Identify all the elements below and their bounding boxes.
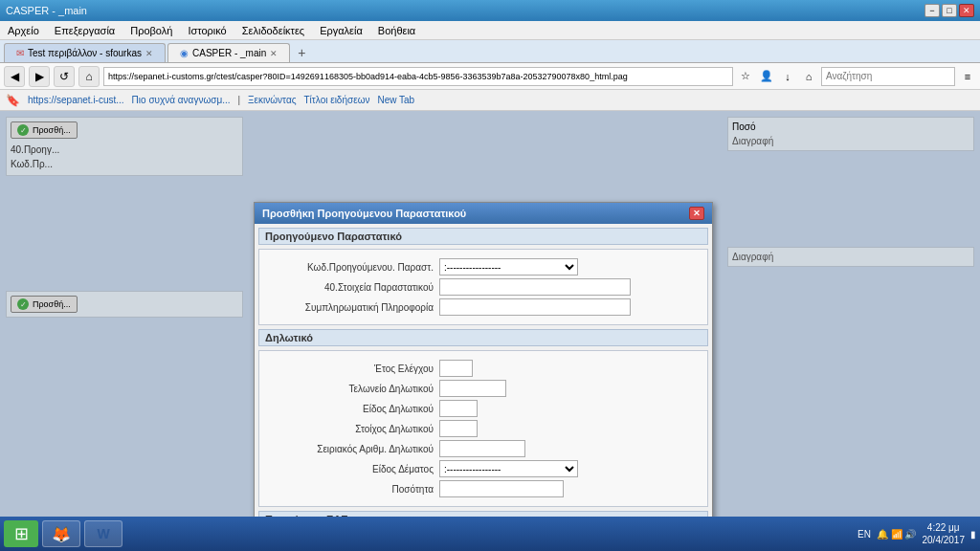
form-row-symplhromatio: Συμπληρωματική Πληροφορία	[267, 298, 700, 316]
search-input[interactable]	[821, 67, 955, 86]
input-posotita[interactable]	[439, 480, 564, 497]
select-kodpro[interactable]: :-----------------	[439, 258, 578, 276]
select-eidos-dematos[interactable]: :-----------------	[439, 460, 578, 477]
title-bar-buttons: − □ ✕	[924, 4, 974, 17]
dialog-close-button[interactable]: ✕	[689, 207, 704, 220]
browser-window: CASPER - _main − □ ✕ Αρχείο Επεξεργασία …	[0, 0, 980, 517]
bookmark-separator: |	[237, 95, 240, 105]
tab-1-close[interactable]: ✕	[270, 49, 278, 58]
label-stoixos: Στοίχος Δηλωτικού	[267, 424, 439, 434]
input-symplhromatio[interactable]	[439, 298, 631, 316]
menu-edit[interactable]: Επεξεργασία	[47, 23, 122, 38]
dialog-title-bar: Προσθήκη Προηγούμενου Παραστατικού ✕	[255, 203, 712, 224]
form-section-1: Κωδ.Προηγούμενου. Παραστ. :-------------…	[258, 249, 708, 325]
form-row-teloneio: Τελωνείο Δηλωτικού	[267, 380, 700, 397]
start-button[interactable]: ⊞	[4, 520, 38, 547]
tab-0-close[interactable]: ✕	[145, 49, 153, 58]
lang-indicator: EN	[858, 529, 871, 540]
label-40stoixeia: 40.Στοιχεία Παραστατικού	[267, 282, 439, 293]
refresh-button[interactable]: ↺	[54, 66, 75, 87]
bookmark-news[interactable]: Τίτλοι ειδήσεων	[304, 95, 370, 105]
home-icon[interactable]: ⌂	[800, 68, 817, 85]
bookmark-ξεκινωντας[interactable]: Ξεκινώντας	[248, 95, 296, 105]
tab-1-icon: ◉	[180, 48, 189, 58]
tab-1-label: CASPER - _main	[192, 48, 266, 58]
taskbar-right: EN 🔔 📶 🔊 4:22 μμ 20/4/2017 ▮	[858, 521, 976, 546]
tab-0[interactable]: ✉ Test περιβάλλον - sfourkas ✕	[4, 43, 166, 62]
minimize-button[interactable]: −	[924, 4, 940, 17]
input-etos[interactable]	[439, 360, 473, 377]
label-eidos-dil: Είδος Δηλωτικού	[267, 404, 439, 414]
tab-add-button[interactable]: +	[292, 43, 311, 62]
label-symplhromatio: Συμπληρωματική Πληροφορία	[267, 302, 439, 313]
input-seiriak[interactable]	[439, 440, 525, 457]
back-button[interactable]: ◀	[4, 66, 25, 87]
label-posotita: Ποσότητα	[267, 484, 439, 495]
label-kodpro: Κωδ.Προηγούμενου. Παραστ.	[267, 262, 439, 273]
section-header-1: Προηγούμενο Παραστατικό	[258, 228, 708, 245]
menu-file[interactable]: Αρχείο	[0, 23, 47, 38]
form-row-kodpro: Κωδ.Προηγούμενου. Παραστ. :-------------…	[267, 258, 700, 276]
form-section-2: Έτος Ελέγχου Τελωνείο Δηλωτικού Είδος Δη…	[258, 350, 708, 507]
home-button[interactable]: ⌂	[78, 66, 100, 87]
system-tray-icons: 🔔 📶 🔊	[877, 529, 917, 540]
form-row-posotita: Ποσότητα	[267, 480, 700, 497]
address-bar: ◀ ▶ ↺ ⌂ ☆ 👤 ↓ ⌂ ≡	[0, 63, 980, 90]
label-teloneio: Τελωνείο Δηλωτικού	[267, 384, 439, 394]
tab-bar: ✉ Test περιβάλλον - sfourkas ✕ ◉ CASPER …	[0, 40, 980, 63]
input-eidos-dil[interactable]	[439, 400, 478, 417]
close-button[interactable]: ✕	[959, 4, 974, 17]
firefox-icon: 🦊	[52, 525, 71, 543]
section-header-2: Δηλωτικό	[258, 329, 708, 346]
menu-bar: Αρχείο Επεξεργασία Προβολή Ιστορικό Σελι…	[0, 21, 980, 40]
bookmark-star-icon[interactable]: ☆	[737, 68, 754, 85]
form-row-seiriak: Σειριακός Αριθμ. Δηλωτικού	[267, 440, 700, 457]
dialog-add-previous-document: Προσθήκη Προηγούμενου Παραστατικού ✕ Προ…	[254, 202, 713, 517]
form-row-stoixos: Στοίχος Δηλωτικού	[267, 420, 700, 437]
title-bar: CASPER - _main − □ ✕	[0, 0, 980, 21]
tab-0-label: Test περιβάλλον - sfourkas	[28, 48, 142, 58]
clock: 4:22 μμ 20/4/2017	[923, 521, 966, 546]
menu-history[interactable]: Ιστορικό	[180, 23, 234, 38]
bookmarks-bar: 🔖 https://sepanet.i-cust... Πιο συχνά αν…	[0, 90, 980, 111]
identity-icon[interactable]: 👤	[758, 68, 775, 85]
menu-tools[interactable]: Εργαλεία	[312, 23, 370, 38]
menu-icon[interactable]: ≡	[959, 68, 976, 85]
form-row-etos: Έτος Ελέγχου	[267, 360, 700, 377]
forward-button[interactable]: ▶	[29, 66, 50, 87]
maximize-button[interactable]: □	[942, 4, 957, 17]
dialog-body: Προηγούμενο Παραστατικό Κωδ.Προηγούμενου…	[255, 224, 712, 517]
title-bar-text: CASPER - _main	[6, 5, 924, 16]
download-icon[interactable]: ↓	[779, 68, 796, 85]
input-stoixos[interactable]	[439, 420, 478, 437]
show-desktop-icon[interactable]: ▮	[970, 529, 976, 540]
input-40stoixeia[interactable]	[439, 278, 631, 296]
menu-view[interactable]: Προβολή	[122, 23, 180, 38]
label-etos: Έτος Ελέγχου	[267, 364, 439, 374]
form-row-40stoixeia: 40.Στοιχεία Παραστατικού	[267, 278, 700, 296]
word-icon: W	[97, 526, 109, 541]
tab-1[interactable]: ◉ CASPER - _main ✕	[167, 43, 290, 62]
address-input[interactable]	[103, 67, 733, 86]
label-seiriak: Σειριακός Αριθμ. Δηλωτικού	[267, 444, 439, 454]
clock-date: 20/4/2017	[923, 534, 966, 546]
form-row-eidos-dil: Είδος Δηλωτικού	[267, 400, 700, 417]
menu-help[interactable]: Βοήθεια	[370, 23, 423, 38]
dialog-title-text: Προσθήκη Προηγούμενου Παραστατικού	[262, 208, 689, 219]
taskbar-firefox[interactable]: 🦊	[42, 520, 80, 547]
bookmark-0[interactable]: https://sepanet.i-cust...	[28, 95, 124, 105]
taskbar-word[interactable]: W	[84, 520, 122, 547]
bookmark-1[interactable]: Πιο συχνά αναγνωσμ...	[132, 95, 231, 105]
bookmark-icon: 🔖	[6, 94, 20, 107]
bookmark-newtab[interactable]: New Tab	[377, 95, 414, 105]
input-teloneio[interactable]	[439, 380, 506, 397]
label-eidos-dematos: Είδος Δέματος	[267, 464, 439, 474]
content-area: ✓ Προσθή... 40.Προηγ... Κωδ.Πρ... ✓ Προσ…	[0, 111, 980, 517]
form-row-eidos-dematos: Είδος Δέματος :-----------------	[267, 460, 700, 477]
taskbar: ⊞ 🦊 W EN 🔔 📶 🔊 4:22 μμ 20/4/2017 ▮	[0, 517, 980, 551]
menu-bookmarks[interactable]: Σελιδοδείκτες	[234, 23, 312, 38]
clock-time: 4:22 μμ	[923, 521, 966, 534]
tab-0-icon: ✉	[16, 48, 24, 58]
